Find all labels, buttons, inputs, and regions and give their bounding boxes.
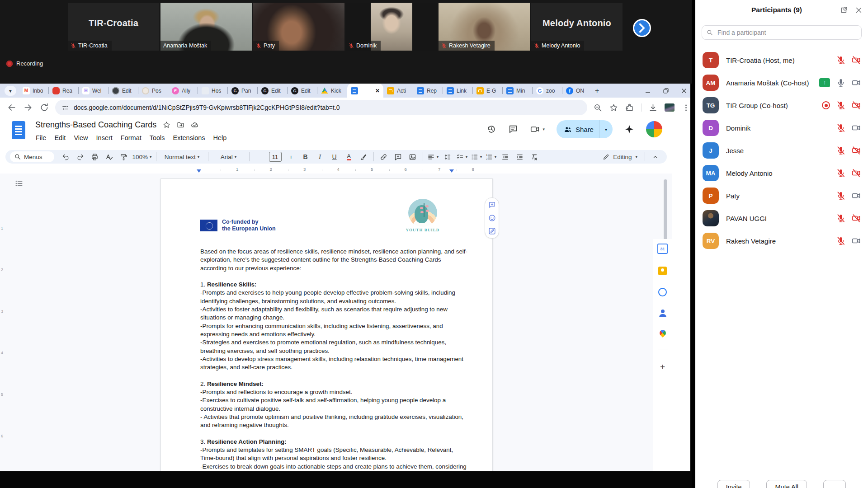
menu-extensions[interactable]: Extensions: [169, 133, 209, 143]
meet-dropdown-caret[interactable]: ▾: [542, 127, 545, 131]
participant-search-box[interactable]: [702, 25, 862, 40]
browser-tab[interactable]: Gzoo: [533, 84, 562, 98]
text-color-button[interactable]: A: [342, 151, 356, 162]
suggest-edits-icon[interactable]: [488, 227, 496, 235]
browser-tab[interactable]: Edit: [108, 84, 138, 98]
participant-row[interactable]: JJesse: [695, 139, 868, 162]
browser-tab[interactable]: Min: [503, 84, 533, 98]
participant-row[interactable]: MAMelody Antonio: [695, 162, 868, 184]
gemini-sparkle-icon[interactable]: [624, 124, 634, 134]
video-tile[interactable]: Dominik: [346, 3, 437, 51]
tab-search-chevron-button[interactable]: ▼: [5, 86, 16, 96]
cam-off-icon[interactable]: [852, 214, 861, 223]
decrease-font-size-button[interactable]: −: [252, 151, 267, 162]
mic-off-icon[interactable]: [836, 101, 845, 110]
insert-link-button[interactable]: [377, 151, 391, 162]
browser-tab[interactable]: Rep: [413, 84, 443, 98]
cam-icon[interactable]: [852, 191, 861, 200]
close-panel-icon[interactable]: [855, 6, 863, 14]
checklist-button[interactable]: ▾: [455, 151, 469, 162]
meet-video-call-icon[interactable]: [530, 124, 540, 134]
mic-off-icon[interactable]: [836, 236, 845, 245]
browser-tab[interactable]: Kick: [317, 84, 347, 98]
share-button[interactable]: Share ▾: [557, 120, 613, 138]
left-margin-marker[interactable]: [197, 169, 201, 173]
cloud-save-status-icon[interactable]: [191, 121, 198, 129]
tasks-icon[interactable]: [658, 288, 667, 296]
google-docs-logo-icon[interactable]: [12, 121, 25, 139]
window-close-button[interactable]: [681, 88, 687, 94]
browser-tab[interactable]: fON: [562, 84, 592, 98]
share-dropdown-caret[interactable]: ▾: [599, 120, 613, 138]
menu-edit[interactable]: Edit: [50, 133, 70, 143]
participant-row[interactable]: AMAnamaria Moštak (Co-host)↑: [695, 71, 868, 94]
add-addon-icon[interactable]: +: [660, 362, 665, 372]
video-tile[interactable]: TIR-CroatiaTIR-Croatia: [68, 3, 159, 51]
extensions-puzzle-icon[interactable]: [625, 103, 634, 112]
mic-off-icon[interactable]: [836, 146, 845, 155]
bookmark-star-icon[interactable]: [609, 103, 618, 112]
browser-tab[interactable]: Pos: [138, 84, 168, 98]
menu-view[interactable]: View: [70, 133, 92, 143]
cam-off-icon[interactable]: [852, 146, 861, 155]
next-page-videos-button[interactable]: [633, 19, 651, 37]
indent-button[interactable]: [513, 151, 527, 162]
maps-icon[interactable]: [658, 328, 667, 338]
add-comment-button[interactable]: [391, 151, 406, 162]
contacts-icon[interactable]: [659, 309, 667, 317]
emoji-reaction-icon[interactable]: [488, 214, 496, 222]
document-text[interactable]: Based on the focus areas of resilience s…: [200, 248, 468, 471]
back-icon[interactable]: [7, 103, 16, 112]
browser-tab[interactable]: Link: [443, 84, 473, 98]
numbered-list-button[interactable]: 12▾: [484, 151, 498, 162]
highlight-button[interactable]: [356, 151, 371, 162]
comments-icon[interactable]: [508, 124, 518, 134]
font-size-input[interactable]: 11: [269, 152, 282, 162]
version-history-icon[interactable]: [486, 124, 496, 134]
participant-row[interactable]: PAVAN UGGI: [695, 207, 868, 230]
forward-icon[interactable]: [24, 103, 33, 112]
participant-row[interactable]: PPaty: [695, 184, 868, 207]
download-icon[interactable]: [649, 103, 657, 112]
print-button[interactable]: [88, 151, 102, 162]
redo-button[interactable]: [73, 151, 88, 162]
site-info-icon[interactable]: [61, 104, 69, 112]
cam-icon[interactable]: [852, 236, 861, 245]
address-bar[interactable]: docs.google.com/document/d/1NiCpStZPjis9…: [55, 100, 587, 115]
video-tile[interactable]: Rakesh Vetagire: [439, 3, 530, 51]
cam-off-icon[interactable]: [852, 169, 861, 178]
browser-tab[interactable]: GEdit: [288, 84, 317, 98]
font-size-value[interactable]: 11: [267, 151, 284, 162]
more-options-button[interactable]: ...: [823, 480, 846, 488]
calendar-icon[interactable]: 31: [657, 244, 668, 254]
mic-off-icon[interactable]: [836, 214, 845, 223]
font-dropdown[interactable]: Arial▾: [211, 151, 246, 162]
style-dropdown[interactable]: Normal text▾: [159, 151, 205, 162]
menu-insert[interactable]: Insert: [92, 133, 117, 143]
browser-tab[interactable]: Hos: [198, 84, 228, 98]
outdent-button[interactable]: [498, 151, 513, 162]
document-page[interactable]: Co-funded by the European Union YOUTH BU…: [160, 178, 493, 471]
video-tile[interactable]: Melody AntonioMelody Antonio: [531, 3, 623, 51]
close-tab-icon[interactable]: ✕: [375, 88, 380, 94]
right-margin-marker[interactable]: [449, 169, 454, 173]
participant-row[interactable]: TTIR-Croatia (Host, me): [695, 49, 868, 71]
star-document-icon[interactable]: [163, 121, 170, 129]
browser-tab[interactable]: E-G: [473, 84, 503, 98]
line-spacing-button[interactable]: [440, 151, 455, 162]
italic-button[interactable]: I: [313, 151, 327, 162]
browser-tab[interactable]: Acti: [383, 84, 413, 98]
video-tile[interactable]: Anamaria Moštak: [160, 3, 252, 51]
menus-search-button[interactable]: Menus: [10, 151, 54, 162]
participant-row[interactable]: RVRakesh Vetagire: [695, 230, 868, 252]
horizontal-ruler[interactable]: 12345678: [0, 165, 690, 174]
bullet-list-button[interactable]: ▾: [469, 151, 484, 162]
cam-off-icon[interactable]: [852, 101, 861, 110]
window-restore-button[interactable]: [663, 88, 669, 94]
browser-tab[interactable]: HWel: [79, 84, 108, 98]
undo-button[interactable]: [59, 151, 73, 162]
mic-off-icon[interactable]: [836, 123, 845, 132]
cam-icon[interactable]: [852, 78, 861, 87]
zoom-dropdown[interactable]: 100%▾: [131, 151, 153, 162]
add-comment-icon[interactable]: [488, 201, 496, 209]
